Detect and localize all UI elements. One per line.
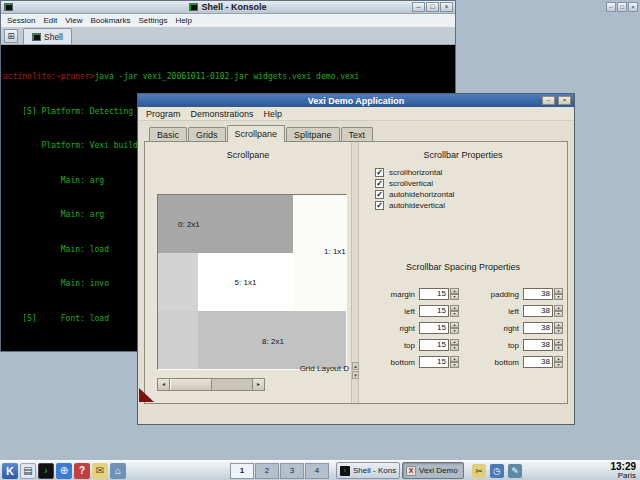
menu-program[interactable]: Program (141, 109, 186, 119)
task-button-konsole[interactable]: › Shell - Kons (336, 462, 400, 479)
konsole-window-menu-button[interactable] (3, 2, 14, 12)
menu-settings[interactable]: Settings (134, 16, 171, 25)
grid-cell-spacer (158, 311, 198, 370)
notes-tray-icon[interactable]: ✎ (508, 464, 522, 478)
terminal-icon: › (340, 466, 350, 476)
home-launcher-icon[interactable]: ⌂ (110, 463, 126, 479)
checkbox-row: ✓ scrollvertical (375, 179, 433, 188)
resize-grip[interactable] (139, 388, 154, 402)
shell-tab-label: Shell (44, 32, 63, 42)
menu-session[interactable]: Session (3, 16, 39, 25)
margin-spinner-value[interactable]: 15 (419, 288, 449, 300)
konsole-minimize-button[interactable]: – (412, 2, 425, 12)
tab-scrollpane[interactable]: Scrollpane (227, 125, 286, 142)
checkbox-autohidevertical[interactable]: ✓ (375, 201, 384, 210)
check-icon: ✓ (376, 190, 383, 199)
task-button-vexi[interactable]: X Vexi Demo (402, 462, 464, 479)
splitter-down-icon[interactable]: ▾ (352, 371, 359, 379)
scroll-right-icon[interactable]: ▸ (252, 379, 264, 390)
clock-tray-icon[interactable]: ◷ (490, 464, 504, 478)
shell-tab-icon (32, 33, 41, 41)
scrollbar-thumb[interactable] (170, 379, 212, 390)
kmenu-button[interactable]: K (2, 463, 18, 479)
close-icon[interactable]: × (628, 2, 638, 12)
menu-bookmarks[interactable]: Bookmarks (86, 16, 134, 25)
padding-spinner-value[interactable]: 38 (523, 288, 553, 300)
tab-basic[interactable]: Basic (149, 127, 187, 141)
right-2-spinner-value[interactable]: 38 (523, 322, 553, 334)
spinner-down-icon[interactable]: ▾ (450, 328, 459, 334)
konsole-maximize-button[interactable]: □ (426, 2, 439, 12)
menu-view[interactable]: View (61, 16, 86, 25)
pager-desktop-1[interactable]: 1 (230, 463, 254, 479)
left-2-spinner-value[interactable]: 38 (523, 305, 553, 317)
konsole-close-button[interactable]: × (440, 2, 453, 12)
konsole-titlebar[interactable]: Shell - Konsole – □ × (1, 1, 455, 14)
spinner-label-padding: padding (467, 290, 523, 299)
grid-layout-caption: Grid Layout D (300, 364, 349, 373)
tab-splitpane[interactable]: Splitpane (286, 127, 340, 141)
bottom-2-spinner-value[interactable]: 38 (523, 356, 553, 368)
clock-zone: Paris (610, 471, 636, 480)
grid-cell-label: 8: 2x1 (262, 337, 284, 346)
scroll-left-icon[interactable]: ◂ (158, 379, 170, 390)
horizontal-scrollbar[interactable]: ◂ ▸ (157, 378, 265, 391)
mail-launcher-icon[interactable]: ✉ (92, 463, 108, 479)
top-spinner-value[interactable]: 15 (419, 339, 449, 351)
background-window-controls: – □ × (606, 2, 638, 12)
pager-desktop-4[interactable]: 4 (305, 463, 329, 479)
spinner-down-icon[interactable]: ▾ (450, 294, 459, 300)
spinner-down-icon[interactable]: ▾ (554, 345, 563, 351)
spinner-down-icon[interactable]: ▾ (554, 328, 563, 334)
checkbox-autohidehorizontal[interactable]: ✓ (375, 190, 384, 199)
spinner-down-icon[interactable]: ▾ (450, 362, 459, 368)
konqueror-launcher-icon[interactable]: ⊕ (56, 463, 72, 479)
spinner-down-icon[interactable]: ▾ (554, 311, 563, 317)
menu-help[interactable]: Help (171, 16, 195, 25)
scrollpane-heading: Scrollpane (145, 150, 351, 160)
splitter-up-icon[interactable]: ▴ (352, 362, 359, 370)
spinner-down-icon[interactable]: ▾ (450, 311, 459, 317)
spacing-row: right 15 ▴▾ right 38 ▴▾ (361, 322, 563, 334)
vexi-close-button[interactable]: × (558, 96, 571, 105)
tab-text[interactable]: Text (341, 127, 374, 141)
right-spinner-value[interactable]: 15 (419, 322, 449, 334)
vexi-tab-bar: Basic Grids Scrollpane Splitpane Text (144, 124, 568, 141)
panel-clock[interactable]: 13:29 Paris (610, 462, 636, 480)
vexi-minimize-button[interactable]: – (542, 96, 555, 105)
spinner-down-icon[interactable]: ▾ (554, 294, 563, 300)
checkbox-scrollvertical[interactable]: ✓ (375, 179, 384, 188)
spacing-heading: Scrollbar Spacing Properties (359, 262, 567, 272)
system-tray: ✂ ◷ ✎ (472, 464, 522, 478)
tab-grids[interactable]: Grids (188, 127, 226, 141)
panel-splitter[interactable]: ▴ ▾ (351, 142, 359, 403)
vexi-demo-window: Vexi Demo Application – × Program Demons… (137, 93, 575, 425)
new-session-button[interactable]: ⊞ (4, 29, 18, 43)
grid-cell-5: 5: 1x1 (198, 253, 293, 311)
pager-desktop-3[interactable]: 3 (280, 463, 304, 479)
vexi-titlebar[interactable]: Vexi Demo Application – × (138, 94, 574, 107)
top-2-spinner-value[interactable]: 38 (523, 339, 553, 351)
menu-demonstrations[interactable]: Demonstrations (186, 109, 259, 119)
konsole-tabbar: ⊞ Shell (1, 28, 455, 45)
help-launcher-icon[interactable]: ? (74, 463, 90, 479)
menu-edit[interactable]: Edit (39, 16, 61, 25)
konsole-launcher-icon[interactable]: › (38, 463, 54, 479)
menu-help[interactable]: Help (259, 109, 288, 119)
checkbox-scrollhorizontal[interactable]: ✓ (375, 168, 384, 177)
tab-shell[interactable]: Shell (23, 28, 72, 44)
spinner-down-icon[interactable]: ▾ (450, 345, 459, 351)
bottom-spinner-value[interactable]: 15 (419, 356, 449, 368)
konsole-menubar: Session Edit View Bookmarks Settings Hel… (1, 14, 455, 28)
konsole-window-title: Shell - Konsole (1, 2, 455, 12)
klipper-tray-icon[interactable]: ✂ (472, 464, 486, 478)
spinner-down-icon[interactable]: ▾ (554, 362, 563, 368)
scrollpane-demo-content: Scrollpane 0: 2x1 5: 1x1 8: 2x1 1: 1x1 ◂… (144, 141, 568, 404)
pager-desktop-2[interactable]: 2 (255, 463, 279, 479)
scrollpane-viewport[interactable]: 0: 2x1 5: 1x1 8: 2x1 1: 1x1 (157, 194, 347, 370)
left-spinner-value[interactable]: 15 (419, 305, 449, 317)
terminal-icon (4, 3, 13, 11)
show-desktop-icon[interactable]: ▤ (20, 463, 36, 479)
minimize-icon[interactable]: – (606, 2, 616, 12)
maximize-icon[interactable]: □ (617, 2, 627, 12)
